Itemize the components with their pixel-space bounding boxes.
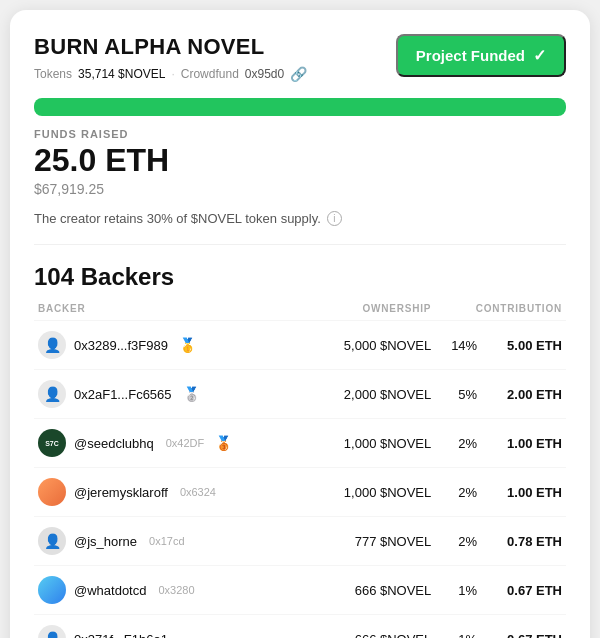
table-row: @whatdotcd 0x3280 666 $NOVEL 1% 0.67 ETH xyxy=(34,566,566,615)
contribution-cell: 1.00 ETH xyxy=(481,468,566,517)
creator-note: The creator retains 30% of $NOVEL token … xyxy=(34,211,566,245)
avatar: 👤 xyxy=(38,380,66,408)
pct-cell: 2% xyxy=(435,517,481,566)
ownership-cell: 666 $NOVEL xyxy=(307,615,436,639)
meta-row: Tokens 35,714 $NOVEL · Crowdfund 0x95d0 … xyxy=(34,66,307,82)
ownership-cell: 666 $NOVEL xyxy=(307,566,436,615)
backer-sub: 0x6324 xyxy=(180,486,216,498)
funds-raised-label: FUNDS RAISED xyxy=(34,128,566,140)
medal-icon: 🥉 xyxy=(215,435,232,451)
table-row: @jeremysklaroff 0x6324 1,000 $NOVEL 2% 1… xyxy=(34,468,566,517)
backer-address: 0x3289...f3F989 xyxy=(74,338,168,353)
funded-badge-label: Project Funded xyxy=(416,47,525,64)
backer-address: 0x2aF1...Fc6565 xyxy=(74,387,172,402)
avatar xyxy=(38,576,66,604)
contribution-cell: 0.67 ETH xyxy=(481,615,566,639)
progress-bar xyxy=(34,98,566,116)
avatar: 👤 xyxy=(38,331,66,359)
table-row: 👤 @js_horne 0x17cd 777 $NOVEL 2% 0.78 ET… xyxy=(34,517,566,566)
backer-info: 👤 0x3289...f3F989 🥇 xyxy=(38,331,303,359)
backer-address: @seedclubhq xyxy=(74,436,154,451)
contribution-cell: 0.67 ETH xyxy=(481,566,566,615)
backer-info: @whatdotcd 0x3280 xyxy=(38,576,303,604)
table-row: 👤 0x2aF1...Fc6565 🥈 2,000 $NOVEL 5% 2.00… xyxy=(34,370,566,419)
backer-sub: 0x17cd xyxy=(149,535,184,547)
crowdfund-label: Crowdfund xyxy=(181,67,239,81)
backer-info: 👤 @js_horne 0x17cd xyxy=(38,527,303,555)
backers-label: Backers xyxy=(81,263,174,290)
table-row: 👤 0x3289...f3F989 🥇 5,000 $NOVEL 14% 5.0… xyxy=(34,321,566,370)
tokens-label: Tokens xyxy=(34,67,72,81)
backers-title: 104 Backers xyxy=(34,263,566,291)
backer-address: 0x371f...F1b6a1 xyxy=(74,632,168,639)
table-header: BACKER OWNERSHIP CONTRIBUTION xyxy=(34,303,566,321)
pct-cell: 14% xyxy=(435,321,481,370)
col-contribution: CONTRIBUTION xyxy=(435,303,566,321)
pct-cell: 1% xyxy=(435,615,481,639)
backer-info: 👤 0x371f...F1b6a1 xyxy=(38,625,303,638)
tokens-value: 35,714 $NOVEL xyxy=(78,67,165,81)
funds-usd: $67,919.25 xyxy=(34,181,566,197)
ownership-cell: 777 $NOVEL xyxy=(307,517,436,566)
link-icon[interactable]: 🔗 xyxy=(290,66,307,82)
avatar: S7C xyxy=(38,429,66,457)
backer-address: @js_horne xyxy=(74,534,137,549)
backer-address: @jeremysklaroff xyxy=(74,485,168,500)
backers-table: BACKER OWNERSHIP CONTRIBUTION 👤 0x3289..… xyxy=(34,303,566,638)
backer-info: S7C @seedclubhq 0x42DF 🥉 xyxy=(38,429,303,457)
medal-icon: 🥇 xyxy=(179,337,196,353)
avatar xyxy=(38,478,66,506)
backer-info: 👤 0x2aF1...Fc6565 🥈 xyxy=(38,380,303,408)
pct-cell: 2% xyxy=(435,468,481,517)
avatar: 👤 xyxy=(38,625,66,638)
backer-sub: 0x3280 xyxy=(158,584,194,596)
backer-sub: 0x42DF xyxy=(166,437,205,449)
creator-note-text: The creator retains 30% of $NOVEL token … xyxy=(34,211,321,226)
table-row: S7C @seedclubhq 0x42DF 🥉 1,000 $NOVEL 2%… xyxy=(34,419,566,468)
ownership-cell: 1,000 $NOVEL xyxy=(307,419,436,468)
backers-section: 104 Backers BACKER OWNERSHIP CONTRIBUTIO… xyxy=(34,263,566,638)
contribution-cell: 0.78 ETH xyxy=(481,517,566,566)
backer-address: @whatdotcd xyxy=(74,583,146,598)
ownership-cell: 2,000 $NOVEL xyxy=(307,370,436,419)
contribution-cell: 5.00 ETH xyxy=(481,321,566,370)
table-row: 👤 0x371f...F1b6a1 666 $NOVEL 1% 0.67 ETH xyxy=(34,615,566,639)
funds-raised-section: FUNDS RAISED 25.0 ETH $67,919.25 xyxy=(34,128,566,197)
pct-cell: 5% xyxy=(435,370,481,419)
info-icon[interactable]: i xyxy=(327,211,342,226)
check-icon: ✓ xyxy=(533,46,546,65)
backers-count: 104 xyxy=(34,263,74,290)
funds-eth: 25.0 ETH xyxy=(34,142,566,179)
backer-info: @jeremysklaroff 0x6324 xyxy=(38,478,303,506)
crowdfund-address: 0x95d0 xyxy=(245,67,284,81)
header: BURN ALPHA NOVEL Tokens 35,714 $NOVEL · … xyxy=(34,34,566,82)
funded-badge-button[interactable]: Project Funded ✓ xyxy=(396,34,566,77)
col-ownership: OWNERSHIP xyxy=(307,303,436,321)
project-title: BURN ALPHA NOVEL xyxy=(34,34,307,60)
ownership-cell: 1,000 $NOVEL xyxy=(307,468,436,517)
col-backer: BACKER xyxy=(34,303,307,321)
contribution-cell: 2.00 ETH xyxy=(481,370,566,419)
avatar: 👤 xyxy=(38,527,66,555)
main-card: BURN ALPHA NOVEL Tokens 35,714 $NOVEL · … xyxy=(10,10,590,638)
contribution-cell: 1.00 ETH xyxy=(481,419,566,468)
header-left: BURN ALPHA NOVEL Tokens 35,714 $NOVEL · … xyxy=(34,34,307,82)
ownership-cell: 5,000 $NOVEL xyxy=(307,321,436,370)
pct-cell: 2% xyxy=(435,419,481,468)
medal-icon: 🥈 xyxy=(183,386,200,402)
pct-cell: 1% xyxy=(435,566,481,615)
meta-sep: · xyxy=(171,67,174,81)
